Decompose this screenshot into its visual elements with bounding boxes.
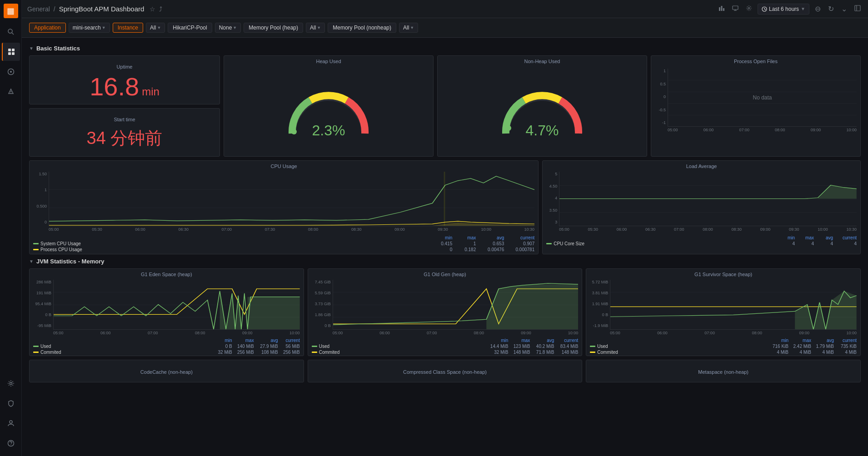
content-area: ▼ Basic Statistics Uptime 16.8 min Start…: [22, 38, 868, 386]
g1-old-legend: min max avg current Used 14.4 MiB 123 Mi…: [308, 337, 582, 356]
g1-old-x-axis: 05:00 06:00 07:00 08:00 09:00 10:00: [333, 330, 579, 335]
page-title: SpringBoot APM Dashboard: [59, 5, 145, 13]
nonheap-gauge-value: 4.7%: [497, 122, 588, 139]
heap-gauge-wrap: 2.3%: [283, 79, 374, 143]
topbar-left: General / SpringBoot APM Dashboard ☆ ⤴: [27, 5, 162, 13]
process-cpu-color: [33, 249, 39, 250]
pof-chart-inner: 1 0.5 0 -0.5 -1: [655, 69, 857, 132]
g1-eden-committed-row: Commited 32 MiB 256 MiB 108 MiB 256 MiB: [33, 350, 300, 355]
sidebar-item-dashboards[interactable]: [2, 43, 20, 61]
nonheap-used-panel: Non-Heap Used 4.7%: [437, 55, 647, 157]
load-average-panel: Load Average 5 4.50 4 3.50 3: [542, 160, 861, 254]
g1-survivor-committed-row: Commited 4 MiB 4 MiB 4 MiB 4 MiB: [590, 350, 857, 355]
svg-point-7: [10, 71, 12, 73]
jvm-stats-section-header[interactable]: ▼ JVM Statistics - Memory: [29, 258, 861, 265]
all3-chevron-icon: ▼: [410, 25, 414, 30]
basic-stats-section-header[interactable]: ▼ Basic Statistics: [29, 45, 861, 52]
codecache-title: CodeCache (non-heap): [137, 367, 196, 376]
time-picker[interactable]: Last 6 hours ▼: [758, 4, 809, 15]
sidebar-item-explore[interactable]: [2, 63, 20, 81]
sidebar-item-alerting[interactable]: [2, 83, 20, 101]
svg-rect-15: [721, 6, 723, 11]
svg-point-9: [10, 93, 11, 94]
g1-eden-svg: [54, 280, 300, 329]
mini-search-chevron-icon: ▼: [102, 25, 106, 30]
grid-line-4: [668, 115, 857, 115]
load-x-axis: 05:00 05:30 06:00 06:30 07:00 08:00 08:3…: [559, 226, 857, 232]
filter-none-select[interactable]: None ▼: [215, 23, 241, 33]
starttime-panel: Start time 34 分钟前: [29, 108, 220, 157]
star-icon[interactable]: ☆: [150, 5, 155, 13]
cpu-chart-svg: [49, 172, 534, 226]
sidebar-logo: ▦: [4, 4, 18, 18]
collapse-icon[interactable]: ⌄: [839, 3, 849, 15]
starttime-value-row: 34 分钟前: [35, 127, 214, 150]
g1-eden-title: G1 Eden Space (heap): [30, 269, 304, 278]
g1-old-chart-area: 05:00 06:00 07:00 08:00 09:00 10:00: [333, 280, 579, 335]
sidebar: ▦: [0, 0, 22, 386]
all2-chevron-icon: ▼: [317, 25, 321, 30]
filter-application-btn[interactable]: Application: [29, 23, 66, 33]
monitor-icon[interactable]: [730, 3, 740, 15]
g1-eden-legend: min max avg current Used 0 B 140 MiB 27.…: [30, 337, 304, 356]
g1-eden-chart-body: 286 MiB 191 MiB 95.4 MiB 0 B -95 MiB: [30, 278, 304, 337]
svg-line-23: [764, 9, 766, 10]
uptime-unit: min: [142, 85, 160, 98]
filter-all3-select[interactable]: All ▼: [399, 23, 418, 33]
bar-chart-icon[interactable]: [717, 3, 727, 15]
cpu-load-row: CPU Usage 1.50 1 0.500 0: [29, 160, 861, 254]
g1-survivor-chart-body: 5.72 MiB 3.81 MiB 1.91 MiB 0 B -1.9 MiB: [586, 278, 860, 337]
process-open-files-panel: Process Open Files 1 0.5 0 -0.5 -1: [651, 55, 861, 157]
load-average-title: Load Average: [543, 161, 860, 170]
filter-hikaricp-label: HikariCP-Pool: [168, 23, 212, 33]
cpu-legend: min max avg current System CPU Usage 0.4…: [30, 233, 538, 254]
filter-minisearch-select[interactable]: mini-search ▼: [69, 23, 110, 33]
pof-chart-area: 1 0.5 0 -0.5 -1: [651, 65, 860, 156]
breadcrumb-general[interactable]: General: [27, 5, 50, 13]
process-open-files-label: Process Open Files: [651, 56, 860, 65]
g1-eden-chart-area: 05:00 06:00 07:00 08:00 09:00 10:00: [53, 280, 300, 335]
g1-old-y-axis: 7.45 GiB 5.59 GiB 3.73 GiB 1.86 GiB 0 B: [312, 280, 331, 335]
jvm-stats-title: JVM Statistics - Memory: [36, 258, 105, 265]
svg-rect-24: [855, 5, 860, 11]
load-chart-body: 5 4.50 4 3.50 3: [543, 170, 860, 233]
load-legend: min max avg current CPU Core Size 4 4 4 …: [543, 233, 860, 248]
sidebar-item-search[interactable]: [2, 23, 20, 41]
heap-used-label: Heap Used: [224, 56, 433, 65]
svg-rect-14: [719, 7, 720, 11]
g1-eden-panel: G1 Eden Space (heap) 286 MiB 191 MiB 95.…: [29, 268, 304, 356]
uptime-value-row: 16.8 min: [35, 74, 214, 99]
gear-icon[interactable]: [744, 3, 754, 15]
g1-survivor-panel: G1 Survivor Space (heap) 5.72 MiB 3.81 M…: [586, 268, 861, 356]
metaspace-panel: Metaspace (non-heap): [586, 360, 861, 382]
cpu-chart-grid: [49, 172, 534, 226]
share-icon[interactable]: ⤴: [159, 5, 162, 13]
svg-point-10: [10, 382, 12, 385]
starttime-value: 34 分钟前: [87, 129, 163, 148]
grid-line-3: [668, 103, 857, 104]
pof-y-axis: 1 0.5 0 -0.5 -1: [655, 69, 666, 132]
main-content: General / SpringBoot APM Dashboard ☆ ⤴ L…: [22, 0, 868, 386]
all1-chevron-icon: ▼: [157, 25, 161, 30]
metaspace-title: Metaspace (non-heap): [694, 367, 752, 376]
sidebar-toggle-icon[interactable]: [853, 3, 863, 15]
time-label: Last 6 hours: [769, 6, 799, 12]
uptime-column: Uptime 16.8 min Start time 34 分钟前: [29, 55, 220, 157]
filter-instance-btn[interactable]: Instance: [113, 23, 143, 33]
jvm-mem-row1: G1 Eden Space (heap) 286 MiB 191 MiB 95.…: [29, 268, 861, 356]
g1-survivor-y-axis: 5.72 MiB 3.81 MiB 1.91 MiB 0 B -1.9 MiB: [590, 280, 608, 335]
uptime-label: Uptime: [35, 61, 214, 70]
refresh-icon[interactable]: ↻: [826, 3, 836, 15]
cpu-chart-area: 05:00 05:30 06:00 06:30 07:00 07:30 08:0…: [49, 172, 534, 232]
topbar: General / SpringBoot APM Dashboard ☆ ⤴ L…: [22, 0, 868, 18]
filter-memory-heap-label: Memory Pool (heap): [244, 23, 303, 33]
sidebar-item-settings[interactable]: [2, 374, 20, 386]
zoom-out-icon[interactable]: ⊖: [813, 3, 823, 15]
g1-eden-x-axis: 05:00 06:00 07:00 08:00 09:00 10:00: [53, 330, 300, 335]
filter-all1-select[interactable]: All ▼: [146, 23, 165, 33]
load-y-axis: 5 4.50 4 3.50 3: [546, 172, 557, 232]
load-legend-header: min max avg current: [546, 235, 857, 240]
filter-memory-nonheap-label: Memory Pool (nonheap): [328, 23, 396, 33]
filter-all2-select[interactable]: All ▼: [306, 23, 325, 33]
svg-point-20: [748, 7, 750, 9]
